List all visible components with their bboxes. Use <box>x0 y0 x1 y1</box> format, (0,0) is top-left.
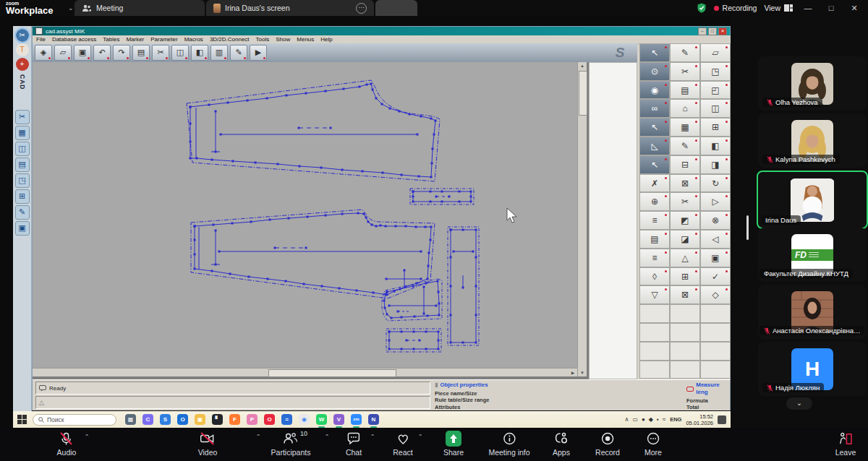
tray-icon-3[interactable]: ◆ <box>649 416 653 423</box>
cad-tool-cell[interactable]: ⊟ <box>670 155 700 174</box>
system-tray[interactable]: ∧▭●◆▪≈ ENG 15:52 05.01.2026 <box>625 413 726 426</box>
cad-tool-cell[interactable]: ⊠ <box>670 285 700 304</box>
scroll-down-icon[interactable]: ▼ <box>578 369 587 376</box>
taskbar-app-whatsapp[interactable]: W <box>316 414 327 425</box>
cad-tool-cell[interactable]: ✂ <box>670 192 700 211</box>
participant-tile[interactable]: Olha Yezhova <box>758 56 867 111</box>
cad-tool-cell[interactable]: ◩ <box>670 211 700 230</box>
scroll-right-icon[interactable]: ▶ <box>569 369 577 376</box>
cad-toolbar-button-11[interactable]: ▶ <box>250 45 267 61</box>
participants-chevron-icon[interactable]: ⌃ <box>325 434 330 440</box>
workspace-chevron-icon[interactable]: ⌄ <box>68 4 74 12</box>
participant-tile[interactable]: H Надія Люклян <box>758 342 867 396</box>
video-button[interactable]: Video <box>198 431 218 457</box>
piece-name-size-label[interactable]: Piece name/Size <box>435 390 684 397</box>
cad-tool-cell[interactable]: ◊ <box>639 267 670 286</box>
cad-tool-cell[interactable]: ▤ <box>639 230 670 249</box>
record-button[interactable]: Record <box>595 431 620 457</box>
cad-tool-cell[interactable]: ◺ <box>639 137 670 155</box>
cad-toolbar-button-6[interactable]: ✂ <box>152 45 169 61</box>
tray-icon-5[interactable]: ≈ <box>663 416 665 423</box>
start-button[interactable] <box>17 415 27 424</box>
launcher-tool-1[interactable]: ▦ <box>15 126 30 140</box>
participants-button[interactable]: 10 Participants <box>271 431 311 457</box>
cad-tool-cell[interactable]: ⊕ <box>639 192 670 211</box>
cad-tool-cell[interactable]: △ <box>670 249 700 267</box>
cad-toolbar-button-10[interactable]: ✎ <box>230 45 247 61</box>
cad-tool-cell[interactable]: ⊗ <box>700 211 731 230</box>
more-participants-button[interactable]: ⌄ <box>786 397 812 410</box>
menu-marker[interactable]: Marker <box>126 36 144 43</box>
security-shield-icon[interactable] <box>697 3 707 13</box>
cad-tool-cell[interactable]: ⊙ <box>639 62 670 81</box>
menu-show[interactable]: Show <box>276 36 290 43</box>
participant-tile[interactable]: FD Факультет Дизайну КНУТД <box>758 228 867 282</box>
cad-close-button[interactable]: ✕ <box>718 27 727 35</box>
cad-minimize-button[interactable]: – <box>698 27 707 35</box>
taskbar-app-task-view[interactable]: ▦ <box>125 414 136 425</box>
taskbar-app-notes[interactable]: N <box>368 414 379 425</box>
react-chevron-icon[interactable]: ⌃ <box>418 434 423 440</box>
apps-button[interactable]: Apps <box>553 431 570 457</box>
cad-toolbar-button-3[interactable]: ↶ <box>93 45 111 61</box>
tab-options-icon[interactable]: ⋯ <box>356 3 367 14</box>
tab-meeting[interactable]: Meeting <box>75 0 205 16</box>
taskbar-app-zoom[interactable]: zm <box>351 414 362 425</box>
chat-chevron-icon[interactable]: ⌃ <box>370 434 375 440</box>
restore-button[interactable]: □ <box>823 4 839 12</box>
taskbar-app-firefox[interactable]: F <box>229 414 240 425</box>
launcher-tool-2[interactable]: ◫ <box>15 142 30 156</box>
taskbar-app-viber[interactable]: V <box>333 414 344 425</box>
participants-scrollbar[interactable] <box>746 215 749 240</box>
rule-table-label[interactable]: Rule table/Size range <box>435 397 684 403</box>
cad-tool-cell[interactable]: ◇ <box>700 285 731 304</box>
chat-button[interactable]: Chat <box>346 431 362 457</box>
launcher-tool-6[interactable]: ✎ <box>15 205 30 220</box>
participant-tile[interactable]: Kalyna Pashkevych <box>758 113 867 168</box>
taskbar-app-chrome[interactable]: ◉ <box>299 414 310 425</box>
cad-tool-cell[interactable]: ▦ <box>670 118 700 137</box>
audio-options-chevron-icon[interactable]: ⌃ <box>85 434 90 440</box>
cad-tool-cell[interactable]: ◳ <box>700 62 731 81</box>
measure-panel[interactable]: Measure leng Formula Total History <box>686 382 730 409</box>
cad-toolbar-button-0[interactable]: ◈ <box>35 45 52 61</box>
launcher-tool-4[interactable]: ◳ <box>15 173 30 188</box>
react-button[interactable]: React <box>393 431 412 457</box>
cad-tool-cell[interactable]: ⊞ <box>670 267 700 286</box>
cad-toolbar-button-1[interactable]: ▱ <box>54 45 72 61</box>
view-button[interactable]: View <box>764 4 793 12</box>
cad-tool-cell[interactable]: ✗ <box>639 174 670 193</box>
cad-tool-cell[interactable]: ≡ <box>639 249 670 267</box>
share-button[interactable]: Share <box>443 431 464 457</box>
launcher-shirt-icon[interactable]: T <box>16 43 29 56</box>
minimize-button[interactable]: — <box>800 4 816 12</box>
cad-tool-cell[interactable]: ◧ <box>700 137 731 155</box>
recording-indicator[interactable]: Recording <box>714 4 757 12</box>
cad-tool-cell[interactable]: ⌂ <box>670 99 700 118</box>
cad-tool-cell[interactable]: ◰ <box>700 81 731 100</box>
cad-toolbar-button-7[interactable]: ◫ <box>171 45 189 61</box>
launcher-tool-7[interactable]: ▣ <box>15 221 30 236</box>
cad-tool-cell[interactable]: ≡ <box>639 211 670 230</box>
object-properties-panel[interactable]: ▮Object properties Piece name/Size Rule … <box>435 382 684 409</box>
menu-macros[interactable]: Macros <box>184 36 203 43</box>
close-button[interactable]: ✕ <box>846 4 862 13</box>
canvas-horizontal-scrollbar[interactable]: ▶ <box>33 368 577 376</box>
taskbar-clock[interactable]: 15:52 05.01.2026 <box>686 413 713 426</box>
menu-3d-2d-connect[interactable]: 3D/2D.Connect <box>210 36 250 43</box>
cad-toolbar-button-5[interactable]: ▤ <box>132 45 150 61</box>
tray-icon-1[interactable]: ▭ <box>632 416 638 423</box>
menu-help[interactable]: Help <box>320 36 332 43</box>
audio-button[interactable]: Audio <box>57 431 77 457</box>
cad-tool-cell[interactable]: ⊞ <box>700 118 731 137</box>
cad-tool-cell[interactable]: ▷ <box>700 192 731 211</box>
cad-tool-cell[interactable]: ◉ <box>639 81 670 100</box>
cad-toolbar-button-9[interactable]: ▥ <box>210 45 228 61</box>
tray-icon-0[interactable]: ∧ <box>625 416 629 423</box>
cad-toolbar-button-4[interactable]: ↷ <box>113 45 130 61</box>
participant-tile-active-speaker[interactable]: Irina Daus <box>757 171 868 229</box>
tab-stub[interactable] <box>375 0 417 16</box>
taskbar-app-calculator[interactable]: = <box>281 414 292 425</box>
cad-tool-cell[interactable]: ✂ <box>670 62 700 81</box>
cad-tool-cell[interactable]: ↖ <box>639 155 670 174</box>
